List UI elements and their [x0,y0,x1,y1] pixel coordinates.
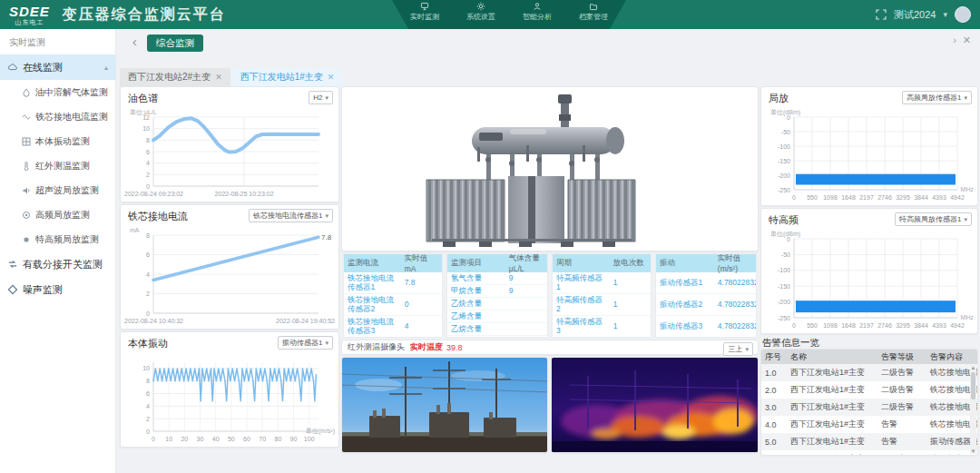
avatar[interactable] [955,6,971,23]
nav-item-analysis[interactable]: 智能分析 [517,2,557,29]
alarm-row[interactable]: 5.0西下江发电站1#主变告警振动传感器告警 [761,433,977,450]
alarm-row[interactable]: 4.0西下江发电站1#主变告警铁芯接地电流告警 [761,416,977,433]
svg-text:2022-08-25 10:23:02: 2022-08-25 10:23:02 [215,191,274,197]
sidebar-item-dot[interactable]: 特高频局放监测 [0,227,115,251]
camera-temp-value: 39.8 [446,343,463,352]
svg-text:mA: mA [130,227,140,233]
tab-station-2[interactable]: 西下江发电站1#主变✕ [232,68,343,86]
table-row[interactable]: 乙烷含量 [447,323,547,336]
table-row[interactable]: 乙炔含量 [447,298,547,310]
sidebar-item-wave[interactable]: 铁芯接地电流监测 [0,104,115,129]
panel-hf-partial-discharge: 局放高频局放传感器1▾0-50-100-150-200-250055010981… [760,86,978,206]
table-row[interactable]: 乙烯含量 [447,310,547,323]
scroll-down-icon[interactable]: ▼ [970,448,976,454]
chevron-down-icon[interactable]: ▾ [943,10,947,19]
sidebar-item-grid[interactable]: 本体振动监测 [0,129,115,153]
alarm-cell: 二级告警 [877,384,926,396]
svg-text:-200: -200 [778,172,790,179]
table-row[interactable]: 特高频传感器21 [553,294,651,316]
nav-item-label: 实时监测 [410,12,439,22]
sensor-selector-value: 振动传感器1 [282,338,322,348]
sidebar-item-label: 红外测温监测 [35,160,90,172]
svg-text:MHz: MHz [961,186,975,192]
overview-button[interactable]: 综合监测 [147,34,203,52]
back-icon[interactable]: ‹ [132,34,137,49]
svg-text:8: 8 [146,232,150,239]
sidebar-item-sound[interactable]: 超声波局放监测 [0,178,115,202]
sidebar-item-thermo[interactable]: 红外测温监测 [0,153,115,178]
table-row[interactable]: 振动传感器14.780228327 [656,272,756,294]
nav-item-gear[interactable]: 系统设置 [461,2,501,29]
monitor-icon [420,2,429,11]
alarm-row[interactable]: 3.0西下江发电站1#主变二级告警铁芯接地电流告警 [761,399,977,416]
expand-icon[interactable]: › [953,34,956,45]
gear-icon [476,2,485,11]
nav-item-label: 系统设置 [466,12,495,22]
table-row[interactable]: 甲烷含量9 [447,285,547,298]
cell-value: 0 [401,301,442,310]
user-name[interactable]: 测试2024 [894,8,936,22]
table-row[interactable]: 特高频传感器11 [553,272,651,294]
alarm-cell: 二级告警 [877,453,926,456]
table-row[interactable]: 铁芯接地电流传感器17.8 [344,272,442,294]
svg-text:8: 8 [146,137,150,143]
table-row[interactable]: 铁芯接地电流传感器20 [344,294,442,316]
subtable-header: 振动实时值(m/s²) [656,254,756,272]
table-row[interactable]: 振动传感器24.780228327 [656,294,756,316]
subtable-header: 周期放电次数 [553,254,651,272]
cell-label: 振动传感器1 [656,279,714,288]
camera-position-selector[interactable]: 三上 ▾ [723,342,753,356]
sensor-selector[interactable]: H2▾ [309,91,333,104]
brand-logo-text: SDEE [9,5,50,18]
data-subtable-1: 监测电流实时值mA铁芯接地电流传感器17.8铁芯接地电流传感器20铁芯接地电流传… [343,253,443,338]
thermal-camera-image[interactable] [551,357,759,453]
svg-text:MHz: MHz [961,314,975,320]
cell-label: 铁芯接地电流传感器1 [344,274,401,292]
cell-value: 4.780228327 [714,301,756,310]
alarm-row[interactable]: 2.0西下江发电站1#主变二级告警铁芯接地电流告警 [761,381,977,399]
alarm-row[interactable]: 6.0西下江发电站1#主变二级告警油色谱告警 [761,450,977,456]
sensor-selector[interactable]: 铁芯接地电流传感器1▾ [249,209,333,222]
app-root: SDEE 山东电工 变压器综合监测云平台 实时监测系统设置智能分析档案管理 测试… [0,0,980,473]
transformer-3d-model[interactable] [392,93,691,249]
sensor-selector[interactable]: 高频局放传感器1▾ [902,91,972,104]
table-row[interactable]: 铁芯接地电流传感器34 [344,316,442,338]
close-icon[interactable]: ✕ [963,34,971,46]
scrollbar-thumb[interactable] [971,372,975,399]
sensor-selector[interactable]: 特高频局放传感器1▾ [895,212,972,226]
svg-text:550: 550 [807,194,818,201]
svg-text:70: 70 [259,436,266,442]
sidebar-item-target[interactable]: 高频局放监测 [0,202,115,227]
sidebar-item-drop[interactable]: 油中溶解气体监测 [0,80,115,104]
svg-text:-200: -200 [778,299,790,305]
svg-text:0: 0 [792,194,796,201]
cell-label: 甲烷含量 [447,287,505,296]
sidebar-item-label: 铁芯接地电流监测 [35,111,108,123]
alarm-row[interactable]: 1.0西下江发电站1#主变二级告警铁芯接地电流告警 [761,364,977,381]
chart-title: 局放 [769,92,789,105]
fullscreen-icon[interactable] [876,9,887,20]
table-row[interactable]: 特高频传感器31 [553,316,651,338]
chevron-down-icon: ▾ [745,346,749,353]
table-row[interactable]: 氢气含量9 [447,272,547,285]
substation-camera-image[interactable] [341,357,548,453]
nav-item-monitor[interactable]: 实时监测 [405,2,445,29]
sidebar-group-cloud[interactable]: 在线监测▴ [0,54,115,80]
panel-transformer-model [341,86,759,251]
tab-station-1[interactable]: 西下江发电站2#主变✕ [120,68,230,86]
panel-oil-chromatography: 油色谱H2▾0246810122022-08-24 09:23:022022-0… [120,86,339,202]
drop-icon [22,88,31,97]
table-row[interactable]: 振动传感器34.780228327 [656,316,756,338]
sidebar-group-diamond[interactable]: 噪声监测 [0,277,115,302]
sidebar-group-switch[interactable]: 有载分接开关监测 [0,251,115,277]
sensor-selector[interactable]: 振动传感器1▾ [278,336,333,350]
thermo-icon [22,162,31,171]
tab-close-icon[interactable]: ✕ [215,73,222,82]
tab-close-icon[interactable]: ✕ [328,73,335,82]
camera-label: 红外测温摄像头 [348,341,405,353]
nav-item-archive[interactable]: 档案管理 [573,2,613,29]
sensor-selector-value: 高频局放传感器1 [906,93,961,103]
scrollbar[interactable]: ▲▼ [970,365,976,454]
chevron-down-icon: ▾ [964,94,967,102]
svg-text:1648: 1648 [841,322,856,329]
